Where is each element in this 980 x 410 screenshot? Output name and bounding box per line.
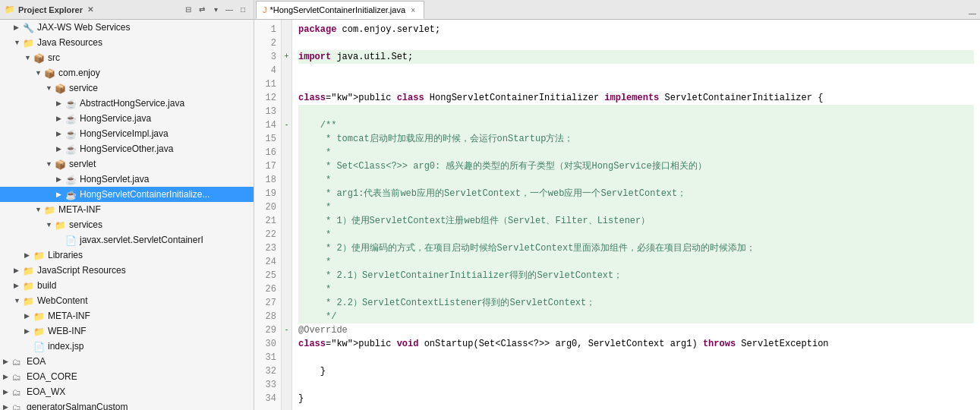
- tree-item-libraries[interactable]: ▶📁Libraries: [0, 248, 254, 263]
- link-editor-button[interactable]: ⇄: [196, 4, 208, 16]
- code-line-13[interactable]: [298, 105, 974, 118]
- code-line-4[interactable]: [298, 64, 974, 77]
- tab-close-button[interactable]: ×: [408, 5, 418, 14]
- code-line-19[interactable]: * arg1:代表当前web应用的ServletContext，一个web应用一…: [298, 187, 974, 200]
- gutter-14: -: [282, 118, 291, 132]
- code-line-16[interactable]: *: [298, 146, 974, 159]
- tree-arrow-webcontent[interactable]: ▼: [14, 294, 23, 308]
- tree-arrow-HongServiceImpl[interactable]: ▶: [56, 127, 65, 140]
- tree-item-eoa-core[interactable]: ▶🗂EOA_CORE: [0, 369, 254, 384]
- tree-item-services[interactable]: ▼📁services: [0, 217, 254, 232]
- gutter-16: [282, 146, 291, 159]
- tree-arrow-com-enjoy[interactable]: ▼: [35, 66, 44, 80]
- editor-tab-active[interactable]: J *HongServletContainerInitializer.java …: [256, 1, 424, 19]
- tree-item-web-inf[interactable]: ▶📁WEB-INF: [0, 323, 254, 339]
- gutter-32: [282, 364, 291, 378]
- tree-arrow-HongServiceOther[interactable]: ▶: [56, 142, 65, 156]
- tree-item-servlet[interactable]: ▼📦servlet: [0, 156, 254, 172]
- tree-item-HongService[interactable]: ▶☕HongService.java: [0, 111, 254, 126]
- tree-arrow-build[interactable]: ▶: [14, 279, 23, 292]
- tree-arrow-HongServletContainerInitializer[interactable]: ▶: [56, 188, 65, 201]
- tree-item-build[interactable]: ▶📁build: [0, 278, 254, 293]
- line-number-15: 15: [259, 132, 276, 146]
- tree-item-webcontent[interactable]: ▼📁WebContent: [0, 293, 254, 308]
- code-line-32[interactable]: }: [298, 364, 974, 378]
- tree-arrow-libraries[interactable]: ▶: [24, 248, 33, 262]
- tree-item-HongServiceOther[interactable]: ▶☕HongServiceOther.java: [0, 141, 254, 156]
- tree-item-meta-inf2[interactable]: ▶📁META-INF: [0, 308, 254, 323]
- code-line-14[interactable]: /**: [298, 118, 974, 132]
- code-line-28[interactable]: */: [298, 310, 974, 323]
- tree-arrow-servlet[interactable]: ▼: [46, 157, 55, 171]
- code-line-27[interactable]: * 2.2）ServletContextListener得到的ServletCo…: [298, 296, 974, 310]
- tree-arrow-java-resources[interactable]: ▼: [14, 36, 23, 49]
- code-line-29[interactable]: @Override: [298, 323, 974, 337]
- code-line-1[interactable]: package com.enjoy.servlet;: [298, 23, 974, 36]
- tree-arrow-eoa[interactable]: ▶: [3, 355, 12, 368]
- minimize-button[interactable]: —: [223, 4, 235, 16]
- tree-item-src[interactable]: ▼📦src: [0, 50, 254, 65]
- tree-arrow-services[interactable]: ▼: [46, 218, 55, 232]
- tree-arrow-src[interactable]: ▼: [24, 51, 33, 65]
- tree-arrow-eoa-wx[interactable]: ▶: [3, 385, 12, 399]
- tree-label-src: src: [48, 51, 60, 65]
- gutter-25: [282, 269, 291, 282]
- maximize-button[interactable]: □: [237, 4, 249, 16]
- tree-label-libraries: Libraries: [48, 248, 83, 262]
- collapse-all-button[interactable]: ⊟: [182, 4, 194, 16]
- tree-arrow-HongServlet[interactable]: ▶: [56, 172, 65, 186]
- tree-item-meta-inf[interactable]: ▼📁META-INF: [0, 202, 254, 217]
- code-line-18[interactable]: *: [298, 173, 974, 187]
- tree-item-eoa[interactable]: ▶🗂EOA: [0, 354, 254, 369]
- tree-item-com-enjoy[interactable]: ▼📦com.enjoy: [0, 65, 254, 80]
- tree-arrow-meta-inf[interactable]: ▼: [35, 203, 44, 216]
- tree-arrow-meta-inf2[interactable]: ▶: [24, 309, 33, 323]
- tree-item-jax-ws[interactable]: ▶🔧JAX-WS Web Services: [0, 20, 254, 35]
- tree-arrow-eoa-core[interactable]: ▶: [3, 370, 12, 383]
- code-line-20[interactable]: *: [298, 200, 974, 214]
- tree-item-HongServiceImpl[interactable]: ▶☕HongServiceImpl.java: [0, 126, 254, 141]
- tree-arrow-gen-salman[interactable]: ▶: [3, 400, 12, 410]
- code-line-22[interactable]: *: [298, 228, 974, 241]
- code-line-3[interactable]: import java.util.Set;: [298, 50, 974, 64]
- tree-item-gen-salman[interactable]: ▶🗂generatorSalmanCustom: [0, 399, 254, 410]
- code-line-17[interactable]: * Set<Class<?>> arg0: 感兴趣的类型的所有子类型（对实现Ho…: [298, 159, 974, 173]
- code-area[interactable]: package com.enjoy.servlet; import java.u…: [292, 20, 980, 410]
- project-tree[interactable]: ▶🔧JAX-WS Web Services▼📁Java Resources▼📦s…: [0, 20, 254, 410]
- tree-icon-AbstractHongService: ☕: [65, 97, 77, 109]
- code-line-2[interactable]: [298, 36, 974, 50]
- tree-item-javax-servlet[interactable]: 📄javax.servlet.ServletContainerI: [0, 232, 254, 248]
- tree-item-index-jsp[interactable]: 📄index.jsp: [0, 339, 254, 354]
- code-line-33[interactable]: [298, 378, 974, 392]
- code-line-30[interactable]: class="kw">public void onStartup(Set<Cla…: [298, 337, 974, 351]
- gutter-15: [282, 132, 291, 146]
- code-line-24[interactable]: *: [298, 255, 974, 269]
- code-line-23[interactable]: * 2）使用编码的方式，在项目启动时候给ServletContext里面添加组件…: [298, 241, 974, 255]
- code-line-31[interactable]: [298, 351, 974, 364]
- tree-item-eoa-wx[interactable]: ▶🗂EOA_WX: [0, 384, 254, 399]
- code-line-12[interactable]: class="kw">public class HongServletConta…: [298, 91, 974, 105]
- code-line-15[interactable]: * tomcat启动时加载应用的时候，会运行onStartup方法；: [298, 132, 974, 146]
- code-line-26[interactable]: *: [298, 282, 974, 296]
- editor-minimize-button[interactable]: —: [966, 7, 978, 19]
- tree-item-js-resources[interactable]: ▶📁JavaScript Resources: [0, 263, 254, 278]
- editor-content[interactable]: 1234111213141516171819202122232425262728…: [254, 20, 980, 410]
- tree-item-java-resources[interactable]: ▼📁Java Resources: [0, 35, 254, 50]
- project-explorer-panel: 📁 Project Explorer ✕ ⊟ ⇄ ▾ — □ ▶🔧JAX-WS …: [0, 0, 254, 410]
- tree-arrow-jax-ws[interactable]: ▶: [14, 20, 23, 34]
- tree-arrow-js-resources[interactable]: ▶: [14, 263, 23, 277]
- code-line-11[interactable]: [298, 77, 974, 91]
- close-icon-x: ✕: [87, 5, 93, 14]
- code-line-34[interactable]: }: [298, 392, 974, 405]
- tree-arrow-service[interactable]: ▼: [46, 81, 55, 95]
- view-menu-button[interactable]: ▾: [210, 4, 222, 16]
- tree-item-AbstractHongService[interactable]: ▶☕AbstractHongService.java: [0, 96, 254, 111]
- tree-arrow-AbstractHongService[interactable]: ▶: [56, 96, 65, 110]
- tree-item-HongServletContainerInitializer[interactable]: ▶☕HongServletContainerInitialize...: [0, 187, 254, 202]
- tree-arrow-web-inf[interactable]: ▶: [24, 324, 33, 338]
- code-line-21[interactable]: * 1）使用ServletContext注册web组件（Servlet、Filt…: [298, 214, 974, 228]
- tree-item-service[interactable]: ▼📦service: [0, 80, 254, 96]
- tree-item-HongServlet[interactable]: ▶☕HongServlet.java: [0, 172, 254, 187]
- tree-arrow-HongService[interactable]: ▶: [56, 112, 65, 125]
- code-line-25[interactable]: * 2.1）ServletContainerInitializer得到的Serv…: [298, 269, 974, 282]
